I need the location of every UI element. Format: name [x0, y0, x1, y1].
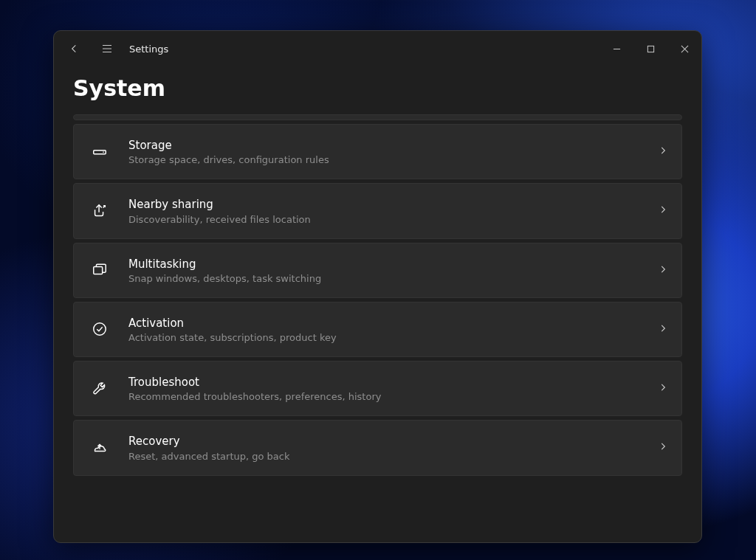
- item-desc: Activation state, subscriptions, product…: [128, 332, 642, 343]
- item-title: Troubleshoot: [128, 375, 642, 390]
- close-icon: [681, 45, 689, 53]
- svg-rect-4: [647, 46, 653, 52]
- item-desc: Reset, advanced startup, go back: [128, 451, 642, 462]
- maximize-button[interactable]: [633, 37, 667, 61]
- settings-item-nearby-sharing[interactable]: Nearby sharing Discoverability, received…: [73, 183, 682, 238]
- settings-item-recovery[interactable]: Recovery Reset, advanced startup, go bac…: [73, 420, 682, 475]
- desktop-wallpaper: Settings System: [0, 0, 756, 560]
- item-title: Activation: [128, 316, 642, 331]
- maximize-icon: [647, 45, 655, 53]
- chevron-right-icon: [658, 322, 668, 336]
- settings-window: Settings System: [53, 30, 702, 543]
- item-title: Multitasking: [128, 257, 642, 272]
- hamburger-icon: [100, 42, 114, 55]
- settings-item-troubleshoot[interactable]: Troubleshoot Recommended troubleshooters…: [73, 361, 682, 416]
- chevron-right-icon: [658, 145, 668, 159]
- item-desc: Discoverability, received files location: [128, 214, 642, 225]
- item-desc: Storage space, drives, configuration rul…: [128, 154, 642, 165]
- nav-menu-button[interactable]: [92, 34, 122, 63]
- settings-item-storage[interactable]: Storage Storage space, drives, configura…: [73, 124, 682, 179]
- previous-item-edge[interactable]: [73, 114, 682, 120]
- item-desc: Snap windows, desktops, task switching: [128, 273, 642, 284]
- svg-point-8: [103, 151, 104, 153]
- page-title: System: [73, 75, 682, 101]
- troubleshoot-icon: [87, 381, 112, 397]
- minimize-button[interactable]: [599, 37, 633, 61]
- chevron-right-icon: [658, 204, 668, 218]
- back-button[interactable]: [60, 34, 89, 63]
- chevron-right-icon: [658, 263, 668, 277]
- share-icon: [87, 203, 112, 219]
- svg-point-10: [94, 323, 106, 336]
- title-bar: Settings: [54, 31, 701, 66]
- svg-rect-9: [94, 267, 103, 274]
- settings-item-activation[interactable]: Activation Activation state, subscriptio…: [73, 302, 682, 357]
- minimize-icon: [613, 45, 621, 53]
- activation-icon: [87, 321, 112, 337]
- item-desc: Recommended troubleshooters, preferences…: [128, 391, 642, 402]
- item-title: Nearby sharing: [128, 197, 642, 212]
- close-button[interactable]: [667, 37, 701, 61]
- item-title: Recovery: [128, 434, 642, 449]
- settings-list: Storage Storage space, drives, configura…: [73, 114, 682, 542]
- chevron-right-icon: [658, 381, 668, 395]
- settings-item-multitasking[interactable]: Multitasking Snap windows, desktops, tas…: [73, 243, 682, 298]
- arrow-left-icon: [69, 43, 80, 55]
- recovery-icon: [87, 440, 112, 456]
- item-title: Storage: [128, 138, 642, 153]
- storage-icon: [87, 144, 112, 160]
- app-title: Settings: [129, 44, 168, 55]
- chevron-right-icon: [658, 440, 668, 454]
- multitask-icon: [87, 262, 112, 278]
